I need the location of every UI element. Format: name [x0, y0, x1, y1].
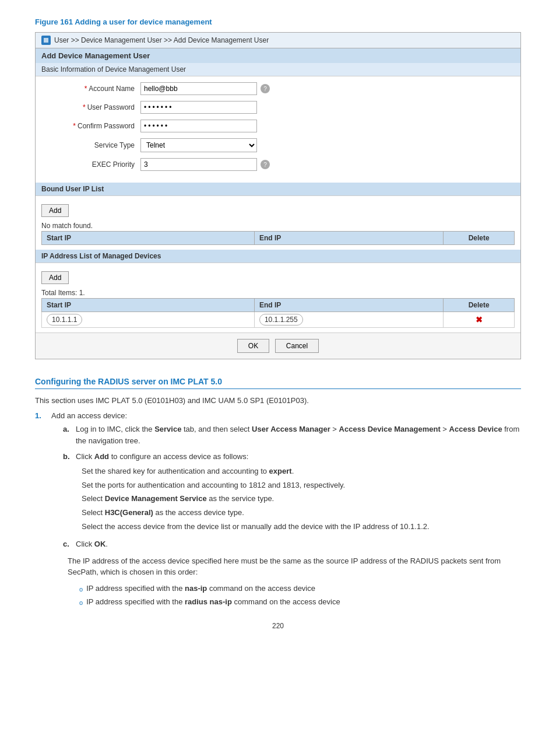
bullet-2: o IP address specified with the radius n… — [79, 596, 521, 608]
managed-col-end-ip: End IP — [254, 299, 443, 312]
bullet-2-text: IP address specified with the radius nas… — [86, 596, 340, 608]
end-ip-value: 10.1.1.255 — [259, 314, 303, 326]
managed-ip-address-list: IP Address List of Managed Devices Add T… — [36, 250, 520, 332]
dialog-footer: OK Cancel — [36, 332, 520, 359]
figure-title: Figure 161 Adding a user for device mana… — [35, 18, 521, 26]
start-ip-cell: 10.1.1.1 — [42, 312, 255, 328]
total-items-text: Total Items: 1. — [41, 288, 515, 298]
sub-item-5: Select the access device from the device… — [82, 521, 430, 533]
user-password-label: *User Password — [47, 103, 140, 111]
bound-ip-list-header: Bound User IP List — [36, 183, 520, 195]
subsection-header: Basic Information of Device Management U… — [36, 63, 520, 76]
sub-item-1: Set the shared key for authentication an… — [82, 466, 430, 478]
managed-ip-list-header: IP Address List of Managed Devices — [36, 250, 520, 262]
service-type-label: Service Type — [47, 141, 140, 149]
substeps-list: a. Log in to IMC, click the Service tab,… — [63, 424, 521, 551]
dialog-titlebar: User >> Device Management User >> Add De… — [36, 33, 520, 48]
substep-a: a. Log in to IMC, click the Service tab,… — [63, 424, 521, 448]
confirm-password-input[interactable] — [140, 120, 257, 132]
steps-list: 1. Add an access device: a. Log in to IM… — [35, 411, 521, 610]
sub-item-4: Select H3C(General) as the access device… — [82, 507, 430, 519]
managed-ip-add-button[interactable]: Add — [41, 271, 69, 284]
substep-b-content: Click Add to configure an access device … — [76, 451, 430, 535]
sub-item-2: Set the ports for authentication and acc… — [82, 480, 430, 492]
table-row: 10.1.1.1 10.1.1.255 ✖ — [42, 312, 515, 328]
managed-col-delete: Delete — [444, 299, 515, 312]
radius-section: Configuring the RADIUS server on IMC PLA… — [35, 377, 521, 610]
user-password-input[interactable] — [140, 101, 257, 114]
step-1-note: The IP address of the access device spec… — [68, 555, 521, 578]
cancel-button[interactable]: Cancel — [275, 339, 319, 353]
bound-col-end-ip: End IP — [254, 232, 443, 245]
dialog-titlebar-icon — [41, 36, 51, 45]
substep-b-label: b. — [63, 451, 72, 535]
substep-c-label: c. — [63, 538, 72, 551]
substep-c-text: Click OK. — [76, 538, 108, 551]
substep-b: b. Click Add to configure an access devi… — [63, 451, 521, 535]
step-1-num: 1. — [35, 411, 47, 610]
delete-cell[interactable]: ✖ — [444, 312, 515, 328]
bullet-2-icon: o — [79, 598, 83, 608]
sub-item-3: Select Device Management Service as the … — [82, 493, 430, 505]
exec-priority-input[interactable] — [140, 158, 257, 171]
step-1-text: Add an access device: — [51, 411, 127, 420]
substep-a-text: Log in to IMC, click the Service tab, an… — [76, 424, 521, 448]
no-match-text: No match found. — [41, 220, 515, 231]
svg-rect-0 — [44, 38, 48, 43]
step-1: 1. Add an access device: a. Log in to IM… — [35, 411, 521, 610]
bound-ip-add-button[interactable]: Add — [41, 204, 69, 217]
bound-user-ip-list: Bound User IP List Add No match found. S… — [36, 183, 520, 250]
delete-icon[interactable]: ✖ — [476, 315, 483, 324]
step-1-content: Add an access device: a. Log in to IMC, … — [51, 411, 521, 610]
section-header: Add Device Management User — [36, 48, 520, 63]
bullet-list: o IP address specified with the nas-ip c… — [79, 583, 521, 608]
ok-button[interactable]: OK — [237, 339, 269, 353]
page-number: 220 — [35, 622, 521, 630]
confirm-password-label: *Confirm Password — [47, 122, 140, 130]
dialog-container: User >> Device Management User >> Add De… — [35, 32, 521, 359]
substep-a-label: a. — [63, 424, 72, 448]
account-name-help-icon[interactable]: ? — [261, 84, 270, 93]
end-ip-cell: 10.1.1.255 — [254, 312, 443, 328]
account-name-label: *Account Name — [47, 85, 140, 93]
managed-col-start-ip: Start IP — [42, 299, 255, 312]
account-name-input[interactable] — [140, 82, 257, 95]
bound-col-delete: Delete — [444, 232, 515, 245]
dialog-titlebar-text: User >> Device Management User >> Add De… — [54, 36, 269, 44]
bullet-1: o IP address specified with the nas-ip c… — [79, 583, 521, 594]
substep-c: c. Click OK. — [63, 538, 521, 551]
bound-col-start-ip: Start IP — [42, 232, 255, 245]
service-type-select[interactable]: Telnet SSH FTP — [140, 138, 257, 152]
bullet-1-text: IP address specified with the nas-ip com… — [86, 583, 315, 594]
start-ip-value: 10.1.1.1 — [47, 314, 82, 326]
section-intro: This section uses IMC PLAT 5.0 (E0101H03… — [35, 395, 521, 407]
exec-priority-help-icon[interactable]: ? — [261, 160, 270, 169]
exec-priority-label: EXEC Priority — [47, 160, 140, 169]
section-heading: Configuring the RADIUS server on IMC PLA… — [35, 377, 521, 389]
bullet-1-icon: o — [79, 584, 83, 594]
